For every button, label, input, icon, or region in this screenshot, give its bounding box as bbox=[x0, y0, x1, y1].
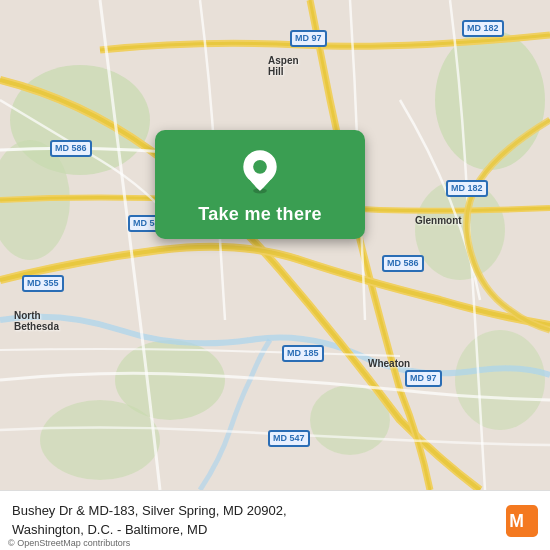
bottom-bar: Bushey Dr & MD-183, Silver Spring, MD 20… bbox=[0, 490, 550, 550]
svg-text:M: M bbox=[509, 511, 524, 531]
map-view[interactable]: MD 97 MD 182 MD 586 MD 586 MD 586 MD 182… bbox=[0, 0, 550, 490]
road-badge-md355: MD 355 bbox=[22, 275, 64, 292]
osm-credit: © OpenStreetMap contributors bbox=[8, 538, 130, 548]
address-line1: Bushey Dr & MD-183, Silver Spring, MD 20… bbox=[12, 503, 287, 518]
road-badge-md182-1: MD 182 bbox=[462, 20, 504, 37]
place-label-glenmont: Glenmont bbox=[415, 215, 462, 226]
road-badge-md185: MD 185 bbox=[282, 345, 324, 362]
moovit-logo: M bbox=[506, 505, 538, 537]
svg-point-3 bbox=[435, 30, 545, 170]
road-badge-md586-3: MD 586 bbox=[382, 255, 424, 272]
road-badge-md182-2: MD 182 bbox=[446, 180, 488, 197]
road-badge-md586-1: MD 586 bbox=[50, 140, 92, 157]
moovit-icon: M bbox=[506, 505, 538, 537]
svg-point-7 bbox=[455, 330, 545, 430]
road-badge-md97-1: MD 97 bbox=[290, 30, 327, 47]
place-label-wheaton: Wheaton bbox=[368, 358, 410, 369]
road-badge-md547: MD 547 bbox=[268, 430, 310, 447]
place-label-north-bethesda: NorthBethesda bbox=[14, 310, 59, 332]
address-line2: Washington, D.C. - Baltimore, MD bbox=[12, 522, 207, 537]
address-text: Bushey Dr & MD-183, Silver Spring, MD 20… bbox=[12, 502, 506, 538]
location-pin-icon bbox=[236, 148, 284, 196]
place-label-aspen-hill: AspenHill bbox=[268, 55, 299, 77]
take-me-there-label: Take me there bbox=[198, 204, 322, 225]
road-badge-md97-2: MD 97 bbox=[405, 370, 442, 387]
svg-point-8 bbox=[40, 400, 160, 480]
cta-card[interactable]: Take me there bbox=[155, 130, 365, 239]
svg-point-12 bbox=[253, 160, 267, 174]
